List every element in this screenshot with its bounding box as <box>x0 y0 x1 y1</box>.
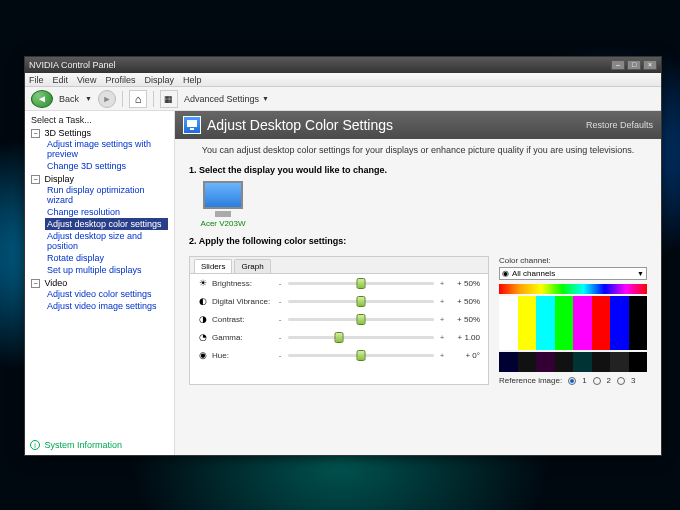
menu-profiles[interactable]: Profiles <box>105 75 135 85</box>
gamma-icon: ◔ <box>198 332 208 342</box>
slider-row-vibrance: ◐Digital Vibrance:-++ 50% <box>190 292 488 310</box>
increment-button[interactable]: + <box>438 279 446 288</box>
tree-group-video[interactable]: Video <box>45 278 68 288</box>
slider-row-hue: ◉Hue:-++ 0° <box>190 346 488 364</box>
color-channel-select[interactable]: ◉ All channels ▼ <box>499 267 647 280</box>
increment-button[interactable]: + <box>438 297 446 306</box>
tree-toggle-video[interactable]: − <box>31 279 40 288</box>
nvidia-control-panel-window: NVIDIA Control Panel – □ × File Edit Vie… <box>24 56 662 456</box>
slider-row-contrast: ◑Contrast:-++ 50% <box>190 310 488 328</box>
back-button[interactable]: ◄ <box>31 90 53 108</box>
page-description: You can adjust desktop color settings fo… <box>175 139 661 161</box>
slider-label: Gamma: <box>212 333 272 342</box>
chevron-down-icon: ▼ <box>637 270 644 277</box>
slider-row-gamma: ◔Gamma:-++ 1.00 <box>190 328 488 346</box>
slider-row-brightness: ☀Brightness:-++ 50% <box>190 274 488 292</box>
view-mode-button[interactable]: ▦ <box>160 90 178 108</box>
slider-thumb[interactable] <box>335 332 344 343</box>
reference-radio-3[interactable] <box>617 377 625 385</box>
tree-item[interactable]: Adjust desktop size and position <box>45 230 168 252</box>
decrement-button[interactable]: - <box>276 315 284 324</box>
slider-track[interactable] <box>288 336 434 339</box>
toolbar: ◄ Back ▼ ► ⌂ ▦ Advanced Settings ▼ <box>25 87 661 111</box>
vibrance-icon: ◐ <box>198 296 208 306</box>
tree-item[interactable]: Set up multiple displays <box>45 264 168 276</box>
tree-item[interactable]: Adjust image settings with preview <box>45 138 168 160</box>
titlebar[interactable]: NVIDIA Control Panel – □ × <box>25 57 661 73</box>
page-header: Adjust Desktop Color Settings Restore De… <box>175 111 661 139</box>
tree-toggle-display[interactable]: − <box>31 175 40 184</box>
menu-display[interactable]: Display <box>144 75 174 85</box>
slider-thumb[interactable] <box>357 296 366 307</box>
contrast-icon: ◑ <box>198 314 208 324</box>
slider-value: + 0° <box>450 351 480 360</box>
page-title: Adjust Desktop Color Settings <box>207 117 586 133</box>
info-icon: i <box>30 440 40 450</box>
close-button[interactable]: × <box>643 60 657 70</box>
reference-radio-2[interactable] <box>593 377 601 385</box>
increment-button[interactable]: + <box>438 333 446 342</box>
sidebar-header: Select a Task... <box>31 115 168 125</box>
monitor-icon <box>183 116 201 134</box>
content-pane: Adjust Desktop Color Settings Restore De… <box>175 111 661 455</box>
tree-item[interactable]: Change resolution <box>45 206 168 218</box>
step2-title: 2. Apply the following color settings: <box>189 236 647 246</box>
tree-group-3d[interactable]: 3D Settings <box>45 128 92 138</box>
maximize-button[interactable]: □ <box>627 60 641 70</box>
display-selector[interactable]: Acer V203W <box>199 181 247 228</box>
dark-test-pattern <box>499 352 647 372</box>
forward-button[interactable]: ► <box>98 90 116 108</box>
slider-value: + 50% <box>450 279 480 288</box>
slider-label: Digital Vibrance: <box>212 297 272 306</box>
color-channel-label: Color channel: <box>499 256 647 265</box>
menu-edit[interactable]: Edit <box>53 75 69 85</box>
channel-icon: ◉ <box>502 269 509 278</box>
slider-track[interactable] <box>288 300 434 303</box>
sliders-panel: Sliders Graph ☀Brightness:-++ 50%◐Digita… <box>189 256 489 385</box>
slider-thumb[interactable] <box>357 314 366 325</box>
reference-image-row: Reference image: 1 2 3 <box>499 376 647 385</box>
tree-item-selected[interactable]: Adjust desktop color settings <box>45 218 168 230</box>
menubar: File Edit View Profiles Display Help <box>25 73 661 87</box>
home-button[interactable]: ⌂ <box>129 90 147 108</box>
monitor-label: Acer V203W <box>199 219 247 228</box>
slider-track[interactable] <box>288 354 434 357</box>
hue-icon: ◉ <box>198 350 208 360</box>
svg-rect-1 <box>190 128 194 130</box>
slider-value: + 50% <box>450 315 480 324</box>
slider-track[interactable] <box>288 282 434 285</box>
system-information-link[interactable]: i System Information <box>30 440 122 450</box>
restore-defaults-link[interactable]: Restore Defaults <box>586 120 653 130</box>
reference-radio-1[interactable] <box>568 377 576 385</box>
back-dropdown-icon[interactable]: ▼ <box>85 95 92 102</box>
decrement-button[interactable]: - <box>276 351 284 360</box>
hue-gradient-bar <box>499 284 647 294</box>
slider-thumb[interactable] <box>357 350 366 361</box>
slider-track[interactable] <box>288 318 434 321</box>
menu-help[interactable]: Help <box>183 75 202 85</box>
increment-button[interactable]: + <box>438 315 446 324</box>
tree-item[interactable]: Rotate display <box>45 252 168 264</box>
menu-file[interactable]: File <box>29 75 44 85</box>
tab-sliders[interactable]: Sliders <box>194 259 232 273</box>
decrement-button[interactable]: - <box>276 333 284 342</box>
decrement-button[interactable]: - <box>276 279 284 288</box>
tab-graph[interactable]: Graph <box>234 259 270 273</box>
tree-group-display[interactable]: Display <box>45 174 75 184</box>
tree-item[interactable]: Run display optimization wizard <box>45 184 168 206</box>
tree-item[interactable]: Adjust video color settings <box>45 288 168 300</box>
tree-item[interactable]: Adjust video image settings <box>45 300 168 312</box>
chevron-down-icon: ▼ <box>262 95 269 102</box>
advanced-settings-dropdown[interactable]: Advanced Settings ▼ <box>184 94 269 104</box>
slider-thumb[interactable] <box>357 278 366 289</box>
back-label: Back <box>59 94 79 104</box>
minimize-button[interactable]: – <box>611 60 625 70</box>
increment-button[interactable]: + <box>438 351 446 360</box>
brightness-icon: ☀ <box>198 278 208 288</box>
tree-item[interactable]: Change 3D settings <box>45 160 168 172</box>
decrement-button[interactable]: - <box>276 297 284 306</box>
menu-view[interactable]: View <box>77 75 96 85</box>
svg-rect-0 <box>187 120 197 127</box>
window-title: NVIDIA Control Panel <box>29 60 611 70</box>
tree-toggle-3d[interactable]: − <box>31 129 40 138</box>
